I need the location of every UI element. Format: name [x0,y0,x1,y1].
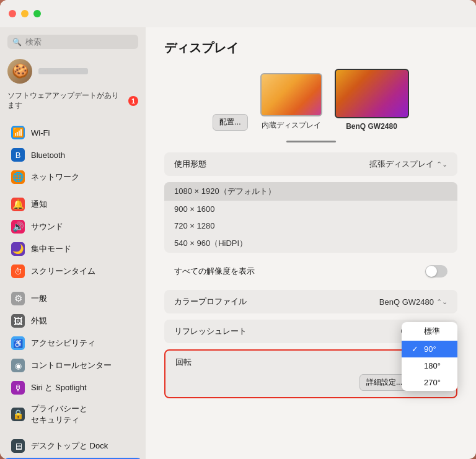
siri-icon: 🎙 [11,381,25,395]
show-all-label: すべての解像度を表示 [174,266,255,277]
sidebar: 🔍 🍪 ソフトウェアアップデートがあります 1 📶 Wi-Fi B Blueto… [0,27,146,459]
search-input[interactable] [25,37,133,46]
user-section: 🍪 [0,55,146,87]
sidebar-item-bluetooth[interactable]: B Bluetooth [4,144,142,165]
resolution-list: 1080 × 1920（デフォルト） 900 × 1600 720 × 1280… [164,182,457,253]
sidebar-item-appearance[interactable]: 🖼 外観 [4,310,142,331]
sidebar-item-desktop[interactable]: 🖥 デスクトップと Dock [4,435,142,457]
sidebar-label-accessibility: アクセシビリティ [31,338,95,349]
privacy-icon: 🔒 [11,408,25,421]
network-icon: 🌐 [11,170,25,184]
dropdown-label-270: 270° [424,378,441,387]
sidebar-label-notifications: 通知 [31,199,47,210]
rotation-dropdown[interactable]: 標準 ✓ 90° 180° 270° [402,322,457,391]
sidebar-label-screentime: スクリーンタイム [31,266,95,277]
update-badge-row: ソフトウェアアップデートがあります 1 [0,90,146,116]
dropdown-label-standard: 標準 [424,326,440,337]
sidebar-item-notifications[interactable]: 🔔 通知 [4,194,142,215]
notifications-icon: 🔔 [11,198,25,211]
color-profile-value: BenQ GW2480 ⌃⌄ [379,297,447,307]
update-text: ソフトウェアアップデートがあります [7,91,125,110]
sidebar-item-siri[interactable]: 🎙 Siri と Spotlight [4,377,142,398]
display2-label: BenQ GW2480 [346,122,397,131]
sidebar-label-network: ネットワーク [31,172,79,183]
usage-row: 使用形態 拡張ディスプレイ ⌃⌄ [164,152,457,176]
dropdown-item-270[interactable]: 270° [402,374,457,391]
color-profile-chevron-icon: ⌃⌄ [436,298,447,306]
sidebar-item-privacy[interactable]: 🔒 プライバシーとセキュリティ [4,400,142,429]
display1-item: 内蔵ディスプレイ [260,73,322,131]
screentime-icon: ⏱ [11,264,25,278]
update-count-badge: 1 [128,96,138,106]
dropdown-item-90[interactable]: ✓ 90° [402,341,457,357]
minimize-button[interactable] [21,10,29,17]
sidebar-label-bluetooth: Bluetooth [31,151,65,160]
res-item-3[interactable]: 540 × 960（HiDPI） [164,234,457,253]
sound-icon: 🔊 [11,220,25,234]
res-item-2[interactable]: 720 × 1280 [164,217,457,234]
sidebar-label-focus: 集中モード [31,243,71,255]
display1-thumbnail [260,73,322,116]
display2-thumbnail [335,69,409,118]
usage-chevron-icon: ⌃⌄ [436,160,447,168]
selected-display-indicator [286,141,336,142]
sidebar-label-controlcenter: コントロールセンター [31,360,112,371]
focus-icon: 🌙 [11,242,25,256]
toggle-knob [426,266,437,277]
sidebar-label-general: 一般 [31,293,47,304]
sidebar-item-general[interactable]: ⚙ 一般 [4,288,142,309]
sidebar-item-screentime[interactable]: ⏱ スクリーンタイム [4,261,142,282]
res-item-0[interactable]: 1080 × 1920（デフォルト） [164,182,457,201]
sidebar-label-wifi: Wi-Fi [31,128,50,138]
dropdown-label-90: 90° [424,344,436,354]
controlcenter-icon: ◉ [11,359,25,372]
search-box[interactable]: 🔍 [7,35,138,49]
main-window: 🔍 🍪 ソフトウェアアップデートがあります 1 📶 Wi-Fi B Blueto… [0,0,476,459]
sidebar-item-focus[interactable]: 🌙 集中モード [4,238,142,260]
wifi-icon: 📶 [11,126,25,139]
titlebar [0,0,476,27]
appearance-icon: 🖼 [11,314,25,328]
res-item-1[interactable]: 900 × 1600 [164,201,457,217]
sidebar-label-desktop: デスクトップと Dock [31,440,108,452]
display2-item: BenQ GW2480 [335,69,409,131]
show-all-toggle[interactable] [425,265,447,278]
color-profile-row: カラープロファイル BenQ GW2480 ⌃⌄ [164,290,457,313]
desktop-icon: 🖥 [11,439,25,453]
bluetooth-icon: B [11,148,25,162]
accessibility-icon: ♿ [11,336,25,350]
rotation-label: 回転 [175,357,192,368]
maximize-button[interactable] [33,10,41,17]
sidebar-label-sound: サウンド [31,221,63,232]
displays-row: 配置... 内蔵ディスプレイ BenQ GW2480 [164,69,457,131]
sidebar-label-privacy: プライバシーとセキュリティ [31,403,87,426]
display1-label: 内蔵ディスプレイ [262,120,321,131]
usage-value: 拡張ディスプレイ ⌃⌄ [369,159,447,170]
arrange-button[interactable]: 配置... [213,114,247,131]
general-icon: ⚙ [11,292,25,305]
dropdown-checkmark-90: ✓ [412,344,420,354]
content-area: 🔍 🍪 ソフトウェアアップデートがあります 1 📶 Wi-Fi B Blueto… [0,27,476,459]
search-icon: 🔍 [12,38,22,46]
sidebar-item-wifi[interactable]: 📶 Wi-Fi [4,122,142,143]
sidebar-label-appearance: 外観 [31,315,47,326]
sidebar-item-controlcenter[interactable]: ◉ コントロールセンター [4,355,142,376]
refresh-rate-label: リフレッシュレート [174,326,247,337]
usage-label: 使用形態 [174,159,206,170]
dropdown-item-standard[interactable]: 標準 [402,322,457,341]
dropdown-label-180: 180° [424,361,441,370]
sidebar-label-siri: Siri と Spotlight [31,382,87,393]
sidebar-item-sound[interactable]: 🔊 サウンド [4,216,142,237]
avatar: 🍪 [7,59,32,84]
main-panel: ディスプレイ 配置... 内蔵ディスプレイ BenQ GW2480 使用形態 拡… [146,27,476,459]
panel-title: ディスプレイ [164,40,457,56]
sidebar-item-accessibility[interactable]: ♿ アクセシビリティ [4,333,142,354]
color-profile-label: カラープロファイル [174,296,247,307]
user-name-bar [38,68,88,74]
dropdown-item-180[interactable]: 180° [402,357,457,374]
close-button[interactable] [9,10,16,17]
show-all-row: すべての解像度を表示 [164,259,457,284]
sidebar-item-network[interactable]: 🌐 ネットワーク [4,167,142,188]
